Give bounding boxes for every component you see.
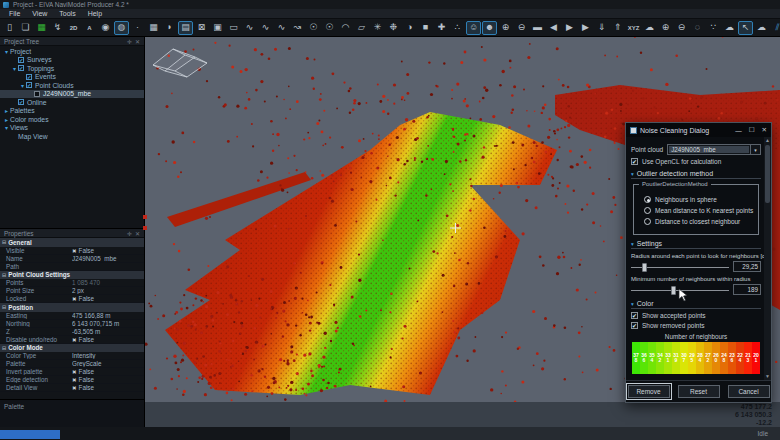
tree-checkbox[interactable]: ✔ (26, 82, 32, 88)
tree-node-point-clouds[interactable]: ▾✔Point Clouds (0, 81, 144, 90)
close-icon[interactable]: ✕ (135, 38, 140, 45)
toolbar-save[interactable]: ▦ (34, 21, 49, 35)
toolbar-cursor-select[interactable]: ↖ (738, 21, 753, 35)
expander-icon[interactable]: ▾ (19, 82, 26, 89)
collapse-icon[interactable]: ⊟ (2, 272, 6, 278)
tree-node-map-view[interactable]: Map View (0, 132, 144, 141)
toolbar-annotation[interactable]: A (82, 21, 97, 35)
toolbar-palette-tool[interactable]: ❉ (386, 21, 401, 35)
radius-slider[interactable] (631, 262, 729, 272)
toolbar-grid[interactable]: ▦ (146, 21, 161, 35)
toolbar-profile-edit[interactable]: ∿ (258, 21, 273, 35)
property-row-name[interactable]: NameJ249N005_mbe (0, 255, 144, 263)
pin-icon[interactable]: ✛ (127, 38, 132, 45)
toolbar-xyz-export[interactable]: XYZ (626, 21, 641, 35)
tree-node-color-modes[interactable]: ▸Color modes (0, 115, 144, 124)
toolbar-move-up[interactable]: ⇑ (610, 21, 625, 35)
expander-icon[interactable]: ▾ (11, 65, 18, 72)
maximize-icon[interactable]: ☐ (749, 126, 755, 134)
dialog-title-bar[interactable]: Noise Cleaning Dialog — ☐ ✕ (626, 123, 771, 137)
toolbar-accept-smiley[interactable]: ☺ (466, 21, 481, 35)
radius-slider-handle[interactable] (642, 263, 647, 272)
toolbar-lasso-select[interactable]: ◌ (690, 21, 705, 35)
splitter-mark[interactable] (143, 226, 147, 230)
toolbar-pick-point[interactable]: ✚ (434, 21, 449, 35)
tree-node-toppings[interactable]: ▾✔Toppings (0, 64, 144, 73)
toolbar-texture-tool[interactable]: ◑ (402, 21, 417, 35)
toolbar-move-down[interactable]: ⇓ (594, 21, 609, 35)
toolbar-step-forward[interactable]: ▶ (562, 21, 577, 35)
property-row-easting[interactable]: Easting475 166,88 m (0, 312, 144, 320)
property-row-color-type[interactable]: Color TypeIntensity (0, 352, 144, 360)
minimize-icon[interactable]: — (735, 127, 742, 134)
toolbar-profile-along[interactable]: ∿ (274, 21, 289, 35)
toolbar-camera[interactable]: ▣ (210, 21, 225, 35)
property-row-disable-undo-redo[interactable]: Disable undo/redo✖False (0, 336, 144, 344)
toolbar-open-project[interactable]: ❏ (18, 21, 33, 35)
menu-view[interactable]: View (27, 10, 52, 17)
toolbar-point-remove[interactable]: ⊖ (514, 21, 529, 35)
expander-icon[interactable]: ▾ (3, 124, 10, 131)
opencl-checkbox-row[interactable]: ✔ Use OpenCL for calculation (631, 158, 761, 165)
toolbar-connect[interactable]: ↯ (50, 21, 65, 35)
toolbar-shading-bulb[interactable]: ◍ (114, 21, 129, 35)
section-color[interactable]: ▾ Color (631, 300, 761, 309)
show-removed-checkbox[interactable]: ✔ (631, 322, 638, 329)
close-icon[interactable]: ✕ (762, 126, 767, 134)
opencl-checkbox[interactable]: ✔ (631, 158, 638, 165)
radio-distance-to-closest-neighbour[interactable]: Distance to closest neighbour (644, 218, 754, 225)
chevron-down-icon[interactable]: ▾ (750, 145, 760, 154)
toolbar-play[interactable]: ▶ (578, 21, 593, 35)
tree-checkbox[interactable]: ✔ (18, 57, 24, 63)
tree-checkbox[interactable]: ✔ (26, 74, 32, 80)
cancel-button[interactable]: Cancel (728, 385, 770, 398)
radio-icon[interactable] (644, 218, 651, 225)
radio-mean-distance-to-k-nearest-points[interactable]: Mean distance to K nearest points (644, 207, 754, 214)
menu-tools[interactable]: Tools (54, 10, 80, 17)
property-row-visible[interactable]: Visible✖False (0, 247, 144, 255)
toolbar-select-frame[interactable]: ⊠ (194, 21, 209, 35)
toolbar-cloud-add[interactable]: ⊕ (658, 21, 673, 35)
tree-node-online[interactable]: ✔Online (0, 98, 144, 107)
toolbar-cloud-subtract[interactable]: ⊖ (674, 21, 689, 35)
collapse-icon[interactable]: ⊟ (2, 345, 6, 351)
toolbar-new-file[interactable]: ▯ (2, 21, 17, 35)
toolbar-reject-smiley[interactable]: ☻ (482, 21, 497, 35)
toolbar-view-3d[interactable]: ◉ (98, 21, 113, 35)
toolbar-ruler[interactable]: ▭ (226, 21, 241, 35)
toolbar-eiva-logo[interactable]: ⫽ (770, 21, 780, 35)
radius-value-box[interactable]: 29,25 (733, 261, 761, 272)
collapse-icon[interactable]: ⊟ (2, 304, 6, 310)
show-removed-row[interactable]: ✔ Show removed points (631, 322, 761, 329)
property-row-points[interactable]: Points1 085 470 (0, 279, 144, 287)
tree-node-j249n005_mbe[interactable]: J249N005_mbe (0, 90, 144, 99)
tree-checkbox[interactable]: ✔ (18, 65, 24, 71)
property-row-z[interactable]: Z-63,505 m (0, 328, 144, 336)
toolbar-view-2d[interactable]: 2D (66, 21, 81, 35)
point-cloud-dropdown[interactable]: J249N005_mbe ▾ (667, 144, 761, 155)
toolbar-replay-clapper[interactable]: ▬ (530, 21, 545, 35)
scrollbar-thumb[interactable] (765, 145, 770, 203)
splitter-mark[interactable] (143, 215, 147, 219)
toolbar-track-route[interactable]: ↝ (290, 21, 305, 35)
radio-icon[interactable] (644, 196, 651, 203)
toolbar-profile-view[interactable]: ∿ (242, 21, 257, 35)
toolbar-step-back[interactable]: ◀ (546, 21, 561, 35)
toolbar-geo-region[interactable]: ◗ (162, 21, 177, 35)
property-section-general[interactable]: ⊟General (0, 238, 144, 247)
dialog-scrollbar[interactable]: ▲ ▼ (764, 137, 771, 380)
toolbar-waypoint-add[interactable]: ☉ (322, 21, 337, 35)
min-neighbours-value-box[interactable]: 189 (733, 284, 761, 295)
tree-node-events[interactable]: ✔Events (0, 73, 144, 82)
toolbar-point-add[interactable]: ⊕ (498, 21, 513, 35)
show-accepted-checkbox[interactable]: ✔ (631, 312, 638, 319)
tree-node-project[interactable]: ▾Project (0, 47, 144, 56)
toolbar-cloud-tool[interactable]: ☁ (642, 21, 657, 35)
min-neighbours-slider-handle[interactable] (671, 286, 676, 295)
expander-icon[interactable]: ▸ (3, 107, 10, 114)
tree-checkbox[interactable]: ✔ (18, 99, 24, 105)
expander-icon[interactable]: ▸ (3, 116, 10, 123)
property-section-point-cloud-settings[interactable]: ⊟Point Cloud Settings (0, 271, 144, 280)
remove-button[interactable]: Remove (628, 385, 670, 398)
radio-icon[interactable] (644, 207, 651, 214)
